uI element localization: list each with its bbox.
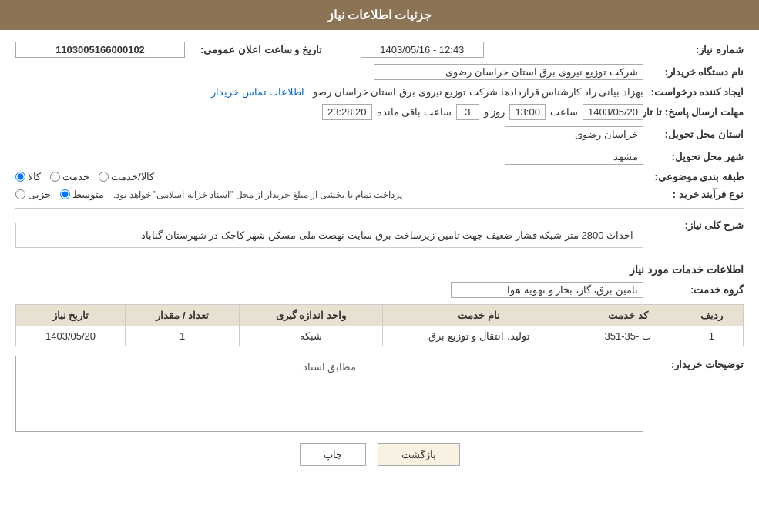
cell-unit: شبکه [240,326,382,346]
description-value: احداث 2800 متر شبکه فشار ضعیف جهت تامین … [141,229,633,241]
province-label: استان محل تحویل: [643,129,744,140]
table-row: 1 ت -35-351 تولید، انتقال و توزیع برق شب… [16,326,744,346]
services-section-label: اطلاعات خدمات مورد نیاز [15,263,744,276]
response-date: 1403/05/20 [583,104,643,120]
back-button[interactable]: بازگشت [378,443,460,466]
buyer-desc-box: مطابق اسناد [15,356,643,432]
need-number-label: شماره نیاز: [643,44,744,55]
province-value: خراسان رضوی [505,126,643,142]
creator-link[interactable]: اطلاعات تماس خریدار [211,86,304,98]
page-title: جزئیات اطلاعات نیاز [0,0,759,30]
purchase-motavasset[interactable]: متوسط [60,189,104,200]
description-box: احداث 2800 متر شبکه فشار ضعیف جهت تامین … [15,223,643,248]
creator-value: بهزاد بیانی راد کارشناس قراردادها شرکت ت… [313,86,643,98]
cell-quantity: 1 [126,326,240,346]
creator-label: ایجاد کننده درخواست: [643,86,744,98]
buyer-name-value: شرکت توزیع نیروی برق استان خراسان رضوی [374,64,643,80]
purchase-type-note: پرداخت تمام یا بخشی از مبلغ خریدار از مح… [113,189,402,200]
divider-1 [15,208,744,209]
buyer-desc-label: توضیحات خریدار: [643,356,744,370]
col-unit: واحد اندازه گیری [240,305,382,326]
response-deadline-label: مهلت ارسال پاسخ: تا تاریخ: [643,106,744,118]
col-row-num: ردیف [680,305,744,326]
response-days: 3 [456,104,479,120]
category-kala[interactable]: کالا [15,171,41,182]
announce-value: 1403/05/16 - 12:43 [361,42,484,58]
response-remaining-label: ساعت باقی مانده [377,106,452,118]
description-label: شرح کلی نیاز: [643,216,744,231]
col-date: تاریخ نیاز [16,305,126,326]
col-service-code: کد خدمت [576,305,680,326]
cell-service-name: تولید، انتقال و توزیع برق [382,326,576,346]
need-number-value: 1103005166000102 [15,42,185,58]
category-label: طبقه بندی موضوعی: [643,171,744,182]
buyer-desc-note: مطابق اسناد [21,361,638,373]
category-kala-khedmat[interactable]: کالا/خدمت [99,171,154,182]
cell-service-code: ت -35-351 [576,326,680,346]
cell-row-num: 1 [680,326,744,346]
print-button[interactable]: چاپ [300,443,366,466]
buttons-row: بازگشت چاپ [15,443,744,466]
category-khedmat[interactable]: خدمت [50,171,89,182]
cell-date: 1403/05/20 [16,326,126,346]
buyer-desc-content [21,373,638,427]
purchase-type-label: نوع فرآیند خرید : [643,189,744,200]
response-remaining: 23:28:20 [322,104,372,120]
services-table: ردیف کد خدمت نام خدمت واحد اندازه گیری ت… [15,304,744,346]
response-time: 13:00 [509,104,546,120]
purchase-jozyi[interactable]: جزیی [15,189,51,200]
col-quantity: تعداد / مقدار [126,305,240,326]
announce-label: تاریخ و ساعت اعلان عمومی: [200,44,322,55]
service-group-value: تامین برق، گاز، بخار و تهویه هوا [451,282,643,298]
buyer-name-label: نام دستگاه خریدار: [643,66,744,78]
city-label: شهر محل تحویل: [643,151,744,162]
city-value: مشهد [505,149,643,165]
response-days-label: روز و [484,106,505,118]
service-group-label: گروه خدمت: [643,284,744,296]
response-time-label: ساعت [550,106,578,118]
col-service-name: نام خدمت [382,305,576,326]
